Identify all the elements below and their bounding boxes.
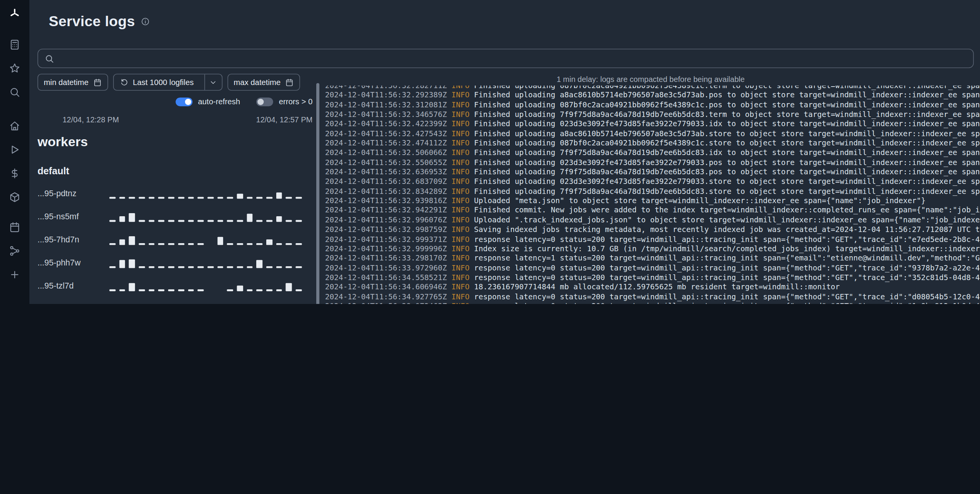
worker-activity-sparkline <box>109 281 302 291</box>
range-start-label: 12/04, 12:28 PM <box>62 116 119 125</box>
log-line: 2024-12-04T11:56:32.996076Z INFO Uploade… <box>325 215 980 225</box>
log-line: 2024-12-04T11:56:32.834289Z INFO Finishe… <box>325 187 980 196</box>
time-range-row: 12/04, 12:28 PM 12/04, 12:57 PM <box>37 116 312 125</box>
worker-activity-sparkline <box>109 189 302 199</box>
search-bar <box>37 49 973 68</box>
info-icon[interactable] <box>140 17 150 26</box>
chevron-down-icon <box>209 78 218 87</box>
app-root: Service logs min datetime <box>0 0 980 304</box>
logfiles-label: Last 1000 logfiles <box>133 78 194 87</box>
worker-row[interactable]: ...95-7hd7n <box>37 228 312 251</box>
workers-list: ...95-pdtnz...95-ns5mf...95-7hd7n...95-p… <box>37 182 312 304</box>
worker-name: ...95-phh7w <box>37 258 109 267</box>
windmill-logo-icon[interactable] <box>8 6 22 20</box>
log-line: 2024-12-04T11:56:34.558521Z INFO respons… <box>325 273 980 283</box>
log-line: 2024-12-04T11:56:32.999371Z INFO respons… <box>325 235 980 244</box>
worker-row[interactable]: ...95-pdtnz <box>37 182 312 205</box>
log-line: 2024-12-04T11:56:38.972463Z INFO respons… <box>325 302 980 304</box>
log-line: 2024-12-04T11:56:32.998759Z INFO Saving … <box>325 225 980 235</box>
worker-row[interactable]: ...95-ns5mf <box>37 205 312 228</box>
log-line: 2024-12-04T11:56:33.972960Z INFO respons… <box>325 264 980 273</box>
logfiles-select: Last 1000 logfiles <box>113 74 222 91</box>
runnables-icon[interactable] <box>8 37 22 51</box>
log-line: 2024-12-04T11:56:32.282711Z INFO Finishe… <box>325 86 980 91</box>
schedules-icon[interactable] <box>8 220 22 234</box>
log-vertical-scrollbar <box>312 74 321 304</box>
favorites-icon[interactable] <box>8 61 22 75</box>
range-end-label: 12/04, 12:57 PM <box>256 116 313 125</box>
log-line: 2024-12-04T11:56:32.312081Z INFO Finishe… <box>325 100 980 110</box>
resources-icon[interactable] <box>8 190 22 204</box>
create-plus-icon[interactable] <box>8 267 22 281</box>
delay-notice: 1 min delay: logs are compacted before b… <box>321 75 980 84</box>
workers-title: workers <box>37 134 312 149</box>
triggers-icon[interactable] <box>8 244 22 258</box>
log-line: 2024-12-04T11:56:32.346576Z INFO Finishe… <box>325 110 980 120</box>
max-datetime-label: max datetime <box>234 78 280 87</box>
worker-name: ...95-pdtnz <box>37 189 109 198</box>
page-title: Service logs <box>49 13 135 30</box>
worker-name: ...95-tzl7d <box>37 281 109 290</box>
logfiles-dropdown-button[interactable] <box>204 74 222 90</box>
log-line: 2024-12-04T11:56:32.474112Z INFO Finishe… <box>325 139 980 149</box>
worker-row[interactable]: ...95-phh7w <box>37 251 312 274</box>
errors-only-toggle[interactable] <box>256 97 273 106</box>
log-line: 2024-12-04T11:56:32.942291Z INFO Finishe… <box>325 206 980 215</box>
log-line: 2024-12-04T11:56:32.422399Z INFO Finishe… <box>325 120 980 129</box>
log-line: 2024-12-04T11:56:32.636953Z INFO Finishe… <box>325 167 980 177</box>
main-area: Service logs min datetime <box>29 0 980 304</box>
worker-name: ...95-7hd7n <box>37 235 109 244</box>
min-datetime-button[interactable]: min datetime <box>37 74 108 91</box>
worker-group-name: default <box>37 165 312 177</box>
search-input[interactable] <box>59 53 967 64</box>
log-line: 2024-12-04T11:56:34.606946Z INFO 18.2361… <box>325 283 980 292</box>
toggles-row: auto-refresh errors > 0 <box>37 97 312 106</box>
min-datetime-label: min datetime <box>44 78 88 87</box>
log-section-0: 2024-12-04T11:56:32.282711Z INFO Finishe… <box>321 86 980 304</box>
log-line: 2024-12-04T11:56:33.298170Z INFO respons… <box>325 254 980 264</box>
search-icon <box>44 53 54 63</box>
filters-row: min datetime Last 1000 logfiles m <box>37 74 312 91</box>
runs-icon[interactable] <box>8 142 22 156</box>
page-header: Service logs <box>49 12 980 30</box>
auto-refresh-label: auto-refresh <box>198 97 240 106</box>
left-panel: min datetime Last 1000 logfiles m <box>37 74 312 304</box>
worker-name: ...95-ns5mf <box>37 212 109 221</box>
worker-activity-sparkline <box>109 235 302 245</box>
max-datetime-button[interactable]: max datetime <box>227 74 300 91</box>
log-line: 2024-12-04T11:56:32.550655Z INFO Finishe… <box>325 158 980 168</box>
worker-row[interactable]: ...95-5rcsm <box>37 297 312 304</box>
log-line: 2024-12-04T11:56:32.292389Z INFO Finishe… <box>325 91 980 100</box>
log-line: 2024-12-04T11:56:32.999996Z INFO Index s… <box>325 244 980 254</box>
variables-icon[interactable] <box>8 166 22 180</box>
sidebar <box>0 0 29 304</box>
calendar-icon <box>285 78 294 87</box>
log-line: 2024-12-04T11:56:34.927765Z INFO respons… <box>325 292 980 302</box>
log-line: 2024-12-04T11:56:32.427543Z INFO Finishe… <box>325 129 980 139</box>
log-vertical-scrollbar-thumb[interactable] <box>316 83 319 304</box>
log-line: 2024-12-04T11:56:32.939816Z INFO Uploade… <box>325 196 980 206</box>
home-icon[interactable] <box>8 119 22 133</box>
search-icon[interactable] <box>8 85 22 99</box>
log-line: 2024-12-04T11:56:32.506066Z INFO Finishe… <box>325 149 980 158</box>
refresh-icon <box>120 78 129 87</box>
calendar-icon <box>93 78 102 87</box>
log-line: 2024-12-04T11:56:32.683709Z INFO Finishe… <box>325 177 980 187</box>
worker-activity-sparkline <box>109 212 302 222</box>
worker-row[interactable]: ...95-tzl7d <box>37 274 312 297</box>
logfiles-refresh-button[interactable]: Last 1000 logfiles <box>114 74 200 90</box>
auto-refresh-toggle[interactable] <box>175 97 192 106</box>
errors-only-label: errors > 0 <box>279 97 312 106</box>
log-panel: 1 min delay: logs are compacted before b… <box>321 74 980 304</box>
worker-activity-sparkline <box>109 258 302 268</box>
